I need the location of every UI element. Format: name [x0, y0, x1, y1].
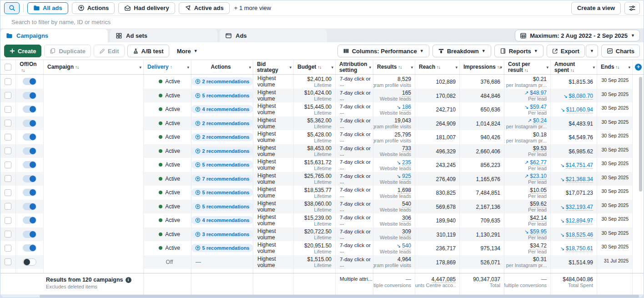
- on-off-toggle[interactable]: [23, 203, 36, 210]
- cost-per-result-value[interactable]: $59.95: [530, 228, 547, 235]
- ab-test-button[interactable]: A/B test: [127, 45, 169, 57]
- column-menu-icon[interactable]: ▾: [289, 64, 292, 70]
- cost-per-result-value[interactable]: $9.53: [533, 145, 547, 152]
- campaign-name-cell[interactable]: [44, 200, 144, 214]
- date-range-button[interactable]: Maximum: 2 Aug 2022 - 2 Sep 2025 ▼: [515, 30, 640, 41]
- column-header-campaign[interactable]: Campaign↑↓▾: [44, 60, 144, 74]
- campaign-name-cell[interactable]: [44, 89, 144, 103]
- recommendations-pill[interactable]: 2 recommendations: [191, 133, 253, 141]
- row-checkbox[interactable]: [5, 217, 11, 224]
- column-menu-icon[interactable]: ▾: [411, 64, 413, 70]
- results-value[interactable]: 1,698: [397, 187, 411, 194]
- column-menu-icon[interactable]: ▾: [546, 64, 548, 70]
- on-off-toggle[interactable]: [23, 92, 36, 99]
- column-menu-icon[interactable]: ▾: [331, 64, 333, 70]
- column-menu-icon[interactable]: ▾: [593, 64, 595, 70]
- results-value[interactable]: 540: [402, 242, 411, 249]
- breakdown-button[interactable]: Breakdown ▼: [433, 45, 491, 57]
- on-off-toggle[interactable]: [23, 231, 36, 238]
- column-header-actions[interactable]: Actions▾: [191, 60, 253, 74]
- cost-per-result-value[interactable]: $10.05: [530, 187, 547, 194]
- recommendations-pill[interactable]: 5 recommendations: [191, 202, 253, 211]
- recommendations-pill[interactable]: 5 recommendations: [191, 91, 253, 100]
- campaign-name-cell[interactable]: [44, 213, 144, 227]
- row-checkbox[interactable]: [5, 78, 11, 85]
- column-menu-icon[interactable]: ▾: [249, 64, 251, 70]
- columns-button[interactable]: Columns: Performance ▼: [337, 45, 429, 57]
- more-views-button[interactable]: + 1 more view: [230, 5, 276, 11]
- cost-per-result-value[interactable]: $48.97: [530, 90, 547, 96]
- adjust-views-button[interactable]: [624, 2, 640, 15]
- campaign-name-cell[interactable]: [44, 227, 144, 242]
- column-header-reach[interactable]: Reach↑↓▾: [415, 60, 460, 74]
- cost-per-result-value[interactable]: $0.24: [533, 117, 547, 124]
- column-menu-icon[interactable]: ▾: [139, 64, 141, 70]
- on-off-toggle[interactable]: [23, 133, 36, 141]
- on-off-toggle[interactable]: [23, 244, 36, 252]
- cost-per-result-value[interactable]: $62.77: [530, 159, 547, 166]
- export-button[interactable]: Export: [547, 45, 585, 57]
- on-off-toggle[interactable]: [23, 217, 36, 224]
- row-checkbox[interactable]: [5, 175, 11, 182]
- campaign-name-cell[interactable]: [44, 172, 144, 186]
- recommendations-pill[interactable]: 4 recommendations: [191, 216, 253, 224]
- recommendations-pill[interactable]: 2 recommendations: [191, 147, 253, 155]
- row-checkbox[interactable]: [5, 162, 11, 168]
- row-checkbox[interactable]: [5, 203, 11, 210]
- campaign-name-cell[interactable]: [44, 130, 144, 144]
- column-header-results[interactable]: Results↑↓▾: [373, 60, 415, 74]
- row-checkbox[interactable]: [5, 106, 11, 113]
- on-off-toggle[interactable]: [23, 78, 36, 85]
- charts-button[interactable]: Charts: [601, 45, 640, 57]
- on-off-toggle[interactable]: [23, 106, 36, 113]
- column-menu-icon[interactable]: ▾: [455, 64, 458, 70]
- recommendations-pill[interactable]: 7 recommendations: [191, 175, 253, 183]
- results-value[interactable]: 186: [402, 104, 411, 111]
- edit-button[interactable]: Edit: [94, 45, 125, 57]
- campaign-name-cell[interactable]: [44, 116, 144, 131]
- add-column-icon[interactable]: +: [635, 64, 642, 71]
- cost-per-result-value[interactable]: $59.47: [530, 104, 547, 111]
- column-header-amount-spent[interactable]: Amount spent↑↓▾: [551, 60, 597, 74]
- on-off-toggle[interactable]: [23, 175, 36, 182]
- recommendations-pill[interactable]: 5 recommendations: [191, 161, 253, 169]
- on-off-toggle[interactable]: [23, 189, 36, 196]
- campaign-name-cell[interactable]: [44, 102, 144, 116]
- select-all-column[interactable]: [0, 60, 16, 74]
- campaign-name-cell[interactable]: [44, 186, 144, 200]
- on-off-toggle[interactable]: [23, 147, 36, 155]
- tab-ad-sets[interactable]: Ad sets: [110, 29, 217, 42]
- export-options-button[interactable]: ▼: [586, 45, 598, 57]
- column-menu-icon[interactable]: ▾: [187, 64, 189, 70]
- reports-button[interactable]: Reports ▼: [494, 45, 543, 57]
- create-view-button[interactable]: Create a view: [571, 2, 621, 15]
- cost-per-result-value[interactable]: $23.10: [530, 173, 547, 180]
- horizontal-scrollbar[interactable]: [40, 295, 639, 298]
- row-checkbox[interactable]: [5, 147, 11, 154]
- row-checkbox[interactable]: [5, 120, 11, 126]
- results-value[interactable]: 235: [402, 159, 411, 166]
- column-header-off-on[interactable]: Off/On↑↓: [16, 60, 44, 74]
- row-checkbox[interactable]: [5, 258, 11, 265]
- amount-spent-value[interactable]: $14,751.47: [566, 162, 593, 169]
- recommendations-pill[interactable]: 2 recommendations: [191, 119, 253, 127]
- column-menu-icon[interactable]: ▾: [628, 64, 630, 70]
- campaign-name-cell[interactable]: [44, 241, 144, 255]
- column-header-bid-strategy[interactable]: Bid strategy▾: [253, 60, 294, 74]
- on-off-toggle[interactable]: [23, 161, 36, 168]
- amount-spent-value[interactable]: $18,750.61: [566, 245, 593, 252]
- campaign-name-cell[interactable]: [44, 255, 144, 269]
- results-value[interactable]: 925: [402, 173, 411, 180]
- column-header-impressions[interactable]: Impressions↑↓▾: [460, 60, 504, 74]
- cost-per-result-value[interactable]: $34.72: [530, 242, 547, 249]
- more-button[interactable]: More ▼: [172, 45, 203, 57]
- row-checkbox[interactable]: [5, 189, 11, 196]
- results-value[interactable]: 309: [402, 228, 411, 235]
- results-value[interactable]: 540: [402, 201, 411, 207]
- summary-reach-value[interactable]: 4,447,085: [432, 276, 456, 283]
- row-checkbox[interactable]: [5, 134, 11, 141]
- view-pill-active-ads[interactable]: Active ads: [179, 2, 230, 14]
- duplicate-button[interactable]: Duplicate: [44, 45, 91, 57]
- tab-ads[interactable]: Ads: [220, 29, 327, 42]
- column-header-cost-per-result[interactable]: Cost per result↑↓▾: [504, 60, 551, 74]
